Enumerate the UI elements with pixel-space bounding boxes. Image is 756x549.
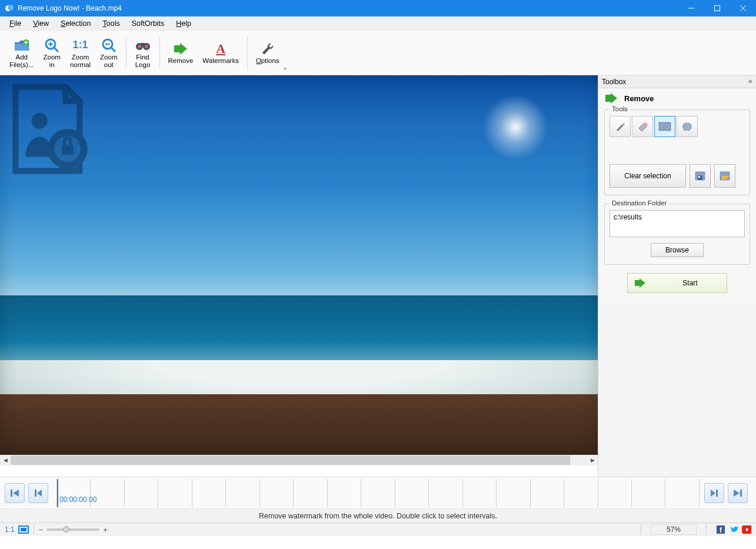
remove-button[interactable]: Remove — [164, 33, 198, 73]
timeline-time: 00:00:00 00 — [59, 495, 96, 504]
options-button[interactable]: Options — [251, 33, 284, 73]
toolbox-panel: Toolbox × Remove Tools Clear selection — [598, 75, 756, 477]
svg-point-17 — [48, 129, 88, 169]
start-label: Start — [654, 279, 727, 287]
zoom-knob[interactable] — [63, 526, 69, 533]
label: Add File(s)... — [9, 54, 34, 68]
zoom-slider-group: − + — [39, 525, 108, 534]
svg-rect-15 — [141, 43, 145, 45]
save-selection-button[interactable] — [690, 164, 711, 188]
timeline-track[interactable]: 00:00:00 00 — [56, 479, 700, 507]
foam-gradient — [0, 360, 598, 413]
watermarks-button[interactable]: A Watermarks — [198, 33, 244, 73]
zoom-out-icon — [101, 37, 117, 54]
menu-view[interactable]: View — [27, 18, 55, 29]
svg-rect-3 — [715, 6, 720, 11]
toolbar-separator — [159, 36, 160, 69]
find-logo-button[interactable]: Find Logo — [130, 33, 156, 73]
zoom-out-button[interactable]: Zoom out — [95, 33, 122, 73]
svg-rect-20 — [659, 122, 671, 131]
horizontal-scrollbar[interactable]: ◀ ▶ — [0, 455, 598, 465]
freeform-select-tool[interactable] — [677, 116, 698, 137]
toolbar-separator — [247, 36, 248, 69]
text-icon: A — [212, 41, 229, 57]
arrow-right-icon — [172, 41, 189, 57]
menu-softorbits[interactable]: SoftOrbits — [126, 18, 171, 29]
maximize-button[interactable] — [704, 0, 730, 16]
svg-rect-25 — [11, 490, 12, 497]
rectangle-select-tool[interactable] — [654, 116, 675, 137]
arrow-right-icon — [604, 93, 620, 104]
social-links: f — [716, 525, 751, 534]
zoom-in-button[interactable]: Zoom in — [39, 33, 65, 73]
svg-point-16 — [32, 113, 48, 129]
label: Zoom normal — [70, 54, 91, 68]
menu-file[interactable]: File — [4, 18, 27, 29]
status-bar: 1:1 − + 57% f — [0, 523, 756, 536]
toolbar-separator — [126, 36, 126, 69]
sea-gradient — [0, 295, 598, 379]
playhead[interactable] — [57, 479, 58, 507]
video-canvas[interactable] — [0, 75, 598, 455]
toolbox-body: Remove Tools Clear selection Destination… — [598, 88, 756, 298]
watermark-overlay — [4, 79, 104, 179]
zoom-out-small-icon[interactable]: − — [39, 525, 44, 534]
svg-rect-27 — [716, 490, 718, 497]
toolbar-overflow[interactable]: ▾ — [284, 66, 289, 71]
twitter-icon[interactable] — [729, 525, 738, 534]
menu-selection[interactable]: Selection — [55, 18, 96, 29]
action-row: Clear selection — [610, 164, 745, 188]
prev-frame-button[interactable] — [28, 483, 48, 503]
toolbox-title: Toolbox — [602, 78, 626, 86]
arrow-right-icon — [634, 278, 648, 288]
label: Remove — [168, 57, 194, 65]
add-files-button[interactable]: Add File(s)... — [5, 33, 39, 73]
toolbox-section-header: Remove — [604, 93, 750, 104]
marker-tool[interactable] — [610, 116, 631, 137]
status-separator — [706, 524, 707, 535]
fit-window-icon[interactable] — [18, 525, 29, 534]
sky-gradient — [0, 75, 598, 455]
svg-rect-23 — [698, 176, 700, 178]
scroll-right-icon[interactable]: ▶ — [587, 455, 598, 465]
svg-rect-28 — [740, 490, 742, 497]
zoom-slider[interactable] — [46, 528, 99, 531]
start-button[interactable]: Start — [627, 273, 727, 293]
clear-selection-button[interactable]: Clear selection — [610, 164, 686, 188]
binoculars-icon — [135, 37, 151, 54]
svg-rect-19 — [62, 145, 74, 155]
zoom-in-small-icon[interactable]: + — [103, 525, 108, 534]
svg-rect-30 — [21, 528, 26, 531]
minimize-button[interactable] — [678, 0, 704, 16]
destination-input[interactable] — [610, 210, 745, 237]
scroll-left-icon[interactable]: ◀ — [0, 455, 11, 465]
svg-line-10 — [111, 48, 115, 52]
scroll-thumb[interactable] — [11, 455, 570, 465]
scroll-track[interactable] — [11, 455, 587, 465]
zoom-normal-icon: 1:1 — [72, 37, 89, 54]
timeline-ticks — [57, 479, 700, 507]
label: Find Logo — [135, 54, 151, 68]
close-panel-icon[interactable]: × — [748, 77, 752, 86]
next-frame-button[interactable] — [704, 483, 724, 503]
youtube-icon[interactable] — [742, 525, 751, 534]
facebook-icon[interactable]: f — [716, 525, 725, 534]
close-button[interactable] — [730, 0, 756, 16]
label: Options — [256, 57, 279, 65]
eraser-tool[interactable] — [632, 116, 653, 137]
load-selection-button[interactable] — [714, 164, 735, 188]
sand-gradient — [0, 394, 598, 455]
go-start-button[interactable] — [5, 483, 25, 503]
titlebar: Remove Logo Now! - Beach.mp4 — [0, 0, 756, 16]
zoom-normal-button[interactable]: 1:1 Zoom normal — [65, 33, 95, 73]
menu-help[interactable]: Help — [170, 18, 197, 29]
browse-button[interactable]: Browse — [651, 243, 704, 257]
zoom-ratio[interactable]: 1:1 — [5, 525, 15, 534]
menu-tools[interactable]: Tools — [96, 18, 125, 29]
zoom-in-icon — [44, 37, 60, 54]
go-end-button[interactable] — [728, 483, 748, 503]
status-separator — [641, 524, 641, 535]
timeline: 00:00:00 00 Remove watermark from the wh… — [0, 477, 756, 523]
svg-point-1 — [8, 5, 14, 11]
preview-pane: ◀ ▶ — [0, 75, 598, 477]
